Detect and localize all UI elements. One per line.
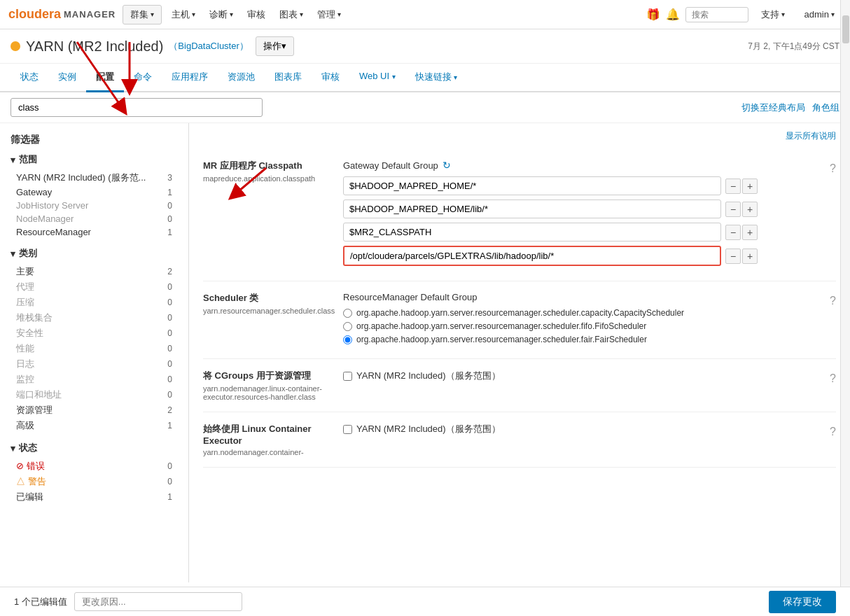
audit-menu[interactable]: 审核 [240,6,272,24]
support-link[interactable]: 支持 ▾ [754,6,792,24]
lce-values: YARN (MR2 Included)（服务范围） [343,423,816,456]
scheduler-radio-input-2[interactable] [343,322,352,331]
classpath-input-4[interactable] [343,246,721,266]
sidebar: 筛选器 ▾ 范围 YARN (MR2 Included) (服务范... 3 G… [0,123,189,582]
filter-stack: 堆栈集合 0 [11,310,178,326]
diag-menu[interactable]: 诊断 ▾ [202,6,240,24]
filter-resource-mgmt[interactable]: 资源管理 2 [11,402,178,418]
classpath-plus-3[interactable]: + [742,225,758,240]
config-label-cgroups: 将 CGroups 用于资源管理 yarn.nodemanager.linux-… [203,370,329,401]
scope-caret: ▾ [11,155,15,165]
tab-command[interactable]: 命令 [124,64,162,92]
search-row-right: 切换至经典布局 角色组 [741,102,839,114]
classpath-minus-3[interactable]: − [725,225,741,240]
service-header: YARN (MR2 Included) （BigDataCluster） 操作▾… [0,29,850,64]
admin-menu[interactable]: 管理 ▾ [310,6,348,24]
tab-pool[interactable]: 资源池 [218,64,265,92]
classpath-btns-1: − + [725,178,758,194]
cgroups-subtitle: yarn.nodemanager.linux-container-executo… [203,384,329,401]
refresh-icon[interactable]: ↻ [443,160,451,171]
scheduler-radio-2: org.apache.hadoop.yarn.server.resourcema… [343,321,816,331]
scheduler-radio-input-1[interactable] [343,309,352,318]
bell-icon[interactable]: 🔔 [666,8,680,21]
filter-yarn[interactable]: YARN (MR2 Included) (服务范... 3 [11,170,178,186]
show-desc-link[interactable]: 显示所有说明 [203,130,836,142]
chart-menu[interactable]: 图表 ▾ [272,6,310,24]
classpath-help-icon[interactable]: ? [830,162,836,270]
config-row-lce: 始终使用 Linux Container Executor yarn.nodem… [203,412,836,468]
cgroups-checkbox[interactable] [343,372,352,381]
filter-edited[interactable]: 已编辑 1 [11,489,178,505]
lce-help-icon[interactable]: ? [830,426,836,456]
classpath-minus-1[interactable]: − [725,178,741,194]
cgroups-checkbox-row: YARN (MR2 Included)（服务范围） [343,370,816,382]
scheduler-label-3: org.apache.hadoop.yarn.server.resourcema… [356,335,647,344]
scheduler-radio-input-3[interactable] [343,335,352,344]
classpath-minus-4[interactable]: − [725,248,741,264]
actions-button[interactable]: 操作▾ [256,36,294,56]
tab-charts[interactable]: 图表库 [265,64,312,92]
classpath-plus-4[interactable]: + [742,248,758,264]
filter-gateway[interactable]: Gateway 1 [11,186,178,199]
classpath-title: MR 应用程序 Classpath [203,160,329,172]
top-search-input[interactable] [685,7,748,22]
status-section-header[interactable]: ▾ 状态 [11,442,178,454]
tab-audit[interactable]: 审核 [312,64,349,92]
cgroups-help-icon[interactable]: ? [830,372,836,401]
tab-webui[interactable]: Web UI ▾ [349,64,405,92]
role-group-link[interactable]: 角色组 [812,102,839,114]
category-caret: ▾ [11,248,15,259]
classpath-btns-3: − + [725,225,758,240]
filter-resourcemanager[interactable]: ResourceManager 1 [11,225,178,239]
config-content: 显示所有说明 MR 应用程序 Classpath mapreduce.appli… [189,123,850,582]
config-row-cgroups: 将 CGroups 用于资源管理 yarn.nodemanager.linux-… [203,359,836,412]
admin-user[interactable]: admin ▾ [797,6,842,22]
service-status-dot [11,41,20,51]
lce-checkbox-row: YARN (MR2 Included)（服务范围） [343,423,816,435]
scrollbar[interactable] [840,0,850,582]
tab-config[interactable]: 配置 [86,64,124,92]
classpath-minus-2[interactable]: − [725,202,741,217]
scheduler-help-icon[interactable]: ? [830,295,836,348]
tab-status[interactable]: 状态 [11,64,48,92]
scheduler-values: ResourceManager Default Group org.apache… [343,292,816,348]
main-content: 筛选器 ▾ 范围 YARN (MR2 Included) (服务范... 3 G… [0,123,850,582]
filter-nodemanager: NodeManager 0 [11,212,178,225]
classpath-input-1[interactable] [343,176,721,195]
config-search-input[interactable] [11,98,263,117]
filter-main[interactable]: 主要 2 [11,264,178,279]
filter-proxy: 代理 0 [11,279,178,295]
lce-checkbox[interactable] [343,425,352,434]
classpath-plus-2[interactable]: + [742,202,758,217]
category-section-header[interactable]: ▾ 类别 [11,247,178,260]
host-menu[interactable]: 主机 ▾ [165,6,202,24]
gift-icon[interactable]: 🎁 [646,8,660,21]
cluster-menu[interactable]: 群集 ▾ [123,5,162,24]
config-label-classpath: MR 应用程序 Classpath mapreduce.application.… [203,160,329,270]
filter-advanced[interactable]: 高级 1 [11,418,178,433]
scheduler-label-2: org.apache.hadoop.yarn.server.resourcema… [356,321,646,331]
classpath-input-row-4: − + [343,246,816,266]
classic-layout-link[interactable]: 切换至经典布局 [741,102,805,114]
filter-log: 日志 0 [11,356,178,372]
filter-compress: 压缩 0 [11,295,178,310]
tab-quicklink[interactable]: 快速链接 ▾ [405,64,468,92]
scheduler-label-1: org.apache.hadoop.yarn.server.resourcema… [356,308,684,318]
classpath-plus-1[interactable]: + [742,178,758,194]
classpath-btns-2: − + [725,202,758,217]
classpath-input-2[interactable] [343,200,721,218]
lce-checkbox-label: YARN (MR2 Included)（服务范围） [356,423,501,435]
scope-section-header[interactable]: ▾ 范围 [11,153,178,166]
filter-security: 安全性 0 [11,326,178,341]
classpath-input-row-3: − + [343,223,816,241]
config-row-scheduler: Scheduler 类 yarn.resourcemanager.schedul… [203,281,836,359]
tab-app[interactable]: 应用程序 [162,64,218,92]
scrollbar-thumb[interactable] [842,15,849,43]
sub-tabs: 状态 实例 配置 命令 应用程序 资源池 图表库 审核 Web UI ▾ 快速链… [0,64,850,92]
filter-jobhistory: JobHistory Server 0 [11,199,178,212]
classpath-group-label: Gateway Default Group [343,160,438,171]
classpath-input-3[interactable] [343,223,721,241]
cgroups-values: YARN (MR2 Included)（服务范围） [343,370,816,401]
tab-instance[interactable]: 实例 [48,64,86,92]
filter-warning: △ 警告 0 [11,474,178,489]
